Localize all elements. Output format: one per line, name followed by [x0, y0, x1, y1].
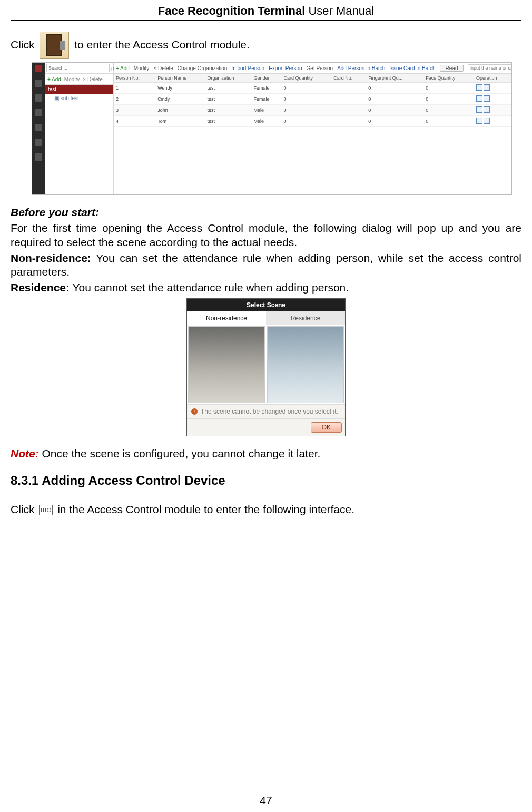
nav-rail [32, 63, 45, 194]
select-scene-dialog: Select Scene Non-residence Residence ! T… [186, 298, 346, 436]
person-delete-button[interactable]: × Delete [153, 65, 173, 71]
person-toolbar: + Add Modify × Delete Change Organizatio… [114, 63, 511, 74]
section-intro: Click in the Access Control module to en… [11, 503, 521, 516]
name-search-input[interactable] [468, 64, 511, 72]
page-number: 47 [0, 794, 532, 807]
tab-residence[interactable]: Residence [266, 311, 345, 325]
header-bold: Face Recognition Terminal [158, 4, 306, 17]
change-org-button[interactable]: Change Organization [178, 65, 228, 71]
tree-item-subtest[interactable]: ▣ sub test [45, 94, 113, 103]
ok-button[interactable]: OK [311, 422, 342, 433]
issue-card-button[interactable]: Issue Card in Batch [389, 65, 435, 71]
scene-image-residence [267, 326, 344, 403]
detail-icon[interactable] [484, 118, 490, 124]
header-rest: User Manual [305, 4, 374, 17]
section-heading: 8.3.1 Adding Access Control Device [11, 473, 521, 488]
detail-icon[interactable] [484, 95, 490, 102]
tab-non-residence[interactable]: Non-residence [187, 311, 266, 325]
access-control-module-icon [40, 32, 69, 59]
table-row[interactable]: 3JohntestMale000 [114, 105, 511, 116]
read-dropdown[interactable]: Read [440, 65, 464, 72]
table-row[interactable]: 1WendytestFemale000 [114, 83, 511, 94]
table-row[interactable]: 4TomtestMale000 [114, 116, 511, 127]
add-batch-button[interactable]: Add Person in Batch [337, 65, 385, 71]
before-heading: Before you start: [11, 206, 99, 218]
tree-item-test[interactable]: test [45, 85, 113, 94]
scene-image-non-residence [188, 326, 265, 403]
before-p1: For the first time opening the Access Co… [11, 221, 521, 249]
edit-icon[interactable] [476, 95, 482, 102]
intro-line: Click to enter the Access Control module… [11, 32, 521, 59]
org-delete-button[interactable]: × Delete [82, 76, 104, 82]
detail-icon[interactable] [484, 106, 490, 113]
dialog-title: Select Scene [187, 299, 345, 311]
org-modify-button[interactable]: Modify [63, 76, 81, 82]
person-table: Person No. Person Name Organization Gend… [114, 74, 511, 127]
org-add-button[interactable]: + Add [46, 76, 62, 82]
table-row[interactable]: 2CindytestFemale000 [114, 94, 511, 105]
get-person-button[interactable]: Get Person [307, 65, 333, 71]
dialog-warning: ! The scene cannot be changed once you s… [187, 404, 345, 418]
device-list-icon [39, 505, 53, 515]
edit-icon[interactable] [476, 106, 482, 113]
person-modify-button[interactable]: Modify [134, 65, 149, 71]
access-control-screenshot: ρ + Add Modify × Delete test ▣ sub test … [32, 62, 512, 195]
warning-icon: ! [191, 408, 198, 415]
person-add-button[interactable]: + Add [116, 65, 130, 71]
edit-icon[interactable] [476, 118, 482, 124]
note-text: Once the scene is configured, you cannot… [39, 447, 321, 459]
note-label: Note: [11, 447, 39, 459]
org-search-input[interactable] [46, 64, 110, 72]
export-person-button[interactable]: Export Person [269, 65, 302, 71]
page-header: Face Recognition Terminal User Manual [11, 2, 521, 21]
edit-icon[interactable] [476, 84, 482, 91]
import-person-button[interactable]: Import Person [231, 65, 264, 71]
detail-icon[interactable] [484, 84, 490, 91]
